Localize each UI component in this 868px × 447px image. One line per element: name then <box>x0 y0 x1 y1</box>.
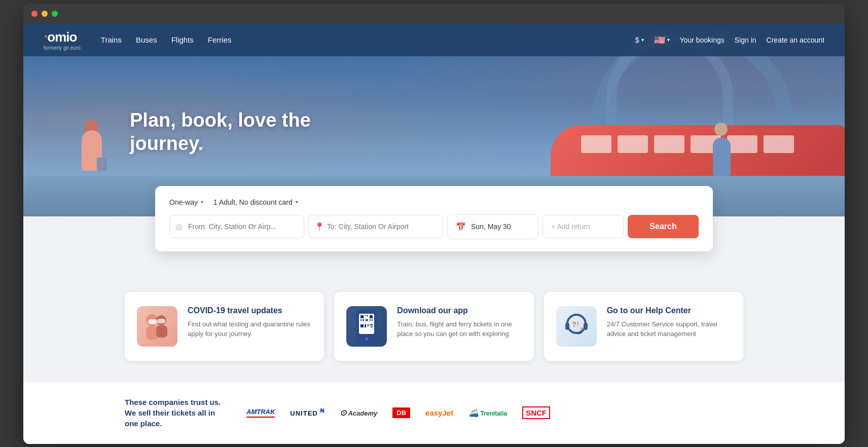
passengers-selector[interactable]: 1 Adult, No discount card ▾ <box>213 198 298 206</box>
app-card-desc: Train, bus, flight and ferry tickets in … <box>397 319 521 339</box>
svg-text:?: ? <box>572 320 576 328</box>
train-window <box>764 135 794 153</box>
svg-rect-8 <box>360 315 364 318</box>
covid-card: COVID-19 travel updates Find out what te… <box>125 292 324 361</box>
svg-rect-16 <box>372 319 373 321</box>
svg-rect-12 <box>360 319 361 321</box>
nav-links: Trains Buses Flights Ferries <box>101 35 635 44</box>
date-picker[interactable]: 📅 Sun, May 30 <box>447 214 538 239</box>
to-location-icon: 📍 <box>314 222 324 232</box>
search-options-row: One-way ▾ 1 Adult, No discount card ▾ <box>169 198 699 206</box>
app-card-title: Download our app <box>397 306 521 315</box>
currency-chevron-icon: ▾ <box>641 37 644 43</box>
nav-buses[interactable]: Buses <box>136 35 157 44</box>
nav-trains[interactable]: Trains <box>101 35 122 44</box>
covid-icon <box>137 306 177 347</box>
logo-subtitle: formerly go euro <box>44 45 81 51</box>
sncf-logo: SNCF <box>522 406 550 419</box>
amtrak-logo: AMTRAK <box>246 408 275 418</box>
svg-rect-25 <box>584 323 588 330</box>
trust-logos: AMTRAK UNITED ᴺ ⊙ Academy DB easyJet 🚄 <box>246 406 743 419</box>
search-section: One-way ▾ 1 Adult, No discount card ▾ ◎ <box>23 186 845 251</box>
passengers-label: 1 Adult, No discount card <box>213 198 293 206</box>
calendar-icon: 📅 <box>456 222 466 232</box>
person-body <box>713 138 731 176</box>
svg-point-28 <box>581 327 584 330</box>
nav-flights[interactable]: Flights <box>171 35 194 44</box>
person-head <box>714 123 728 136</box>
trip-type-selector[interactable]: One-way ▾ <box>169 198 203 206</box>
db-logo: DB <box>392 407 410 418</box>
browser-chrome <box>23 4 845 24</box>
svg-rect-3 <box>156 325 167 338</box>
search-box: One-way ▾ 1 Adult, No discount card ▾ ◎ <box>155 186 713 251</box>
language-selector[interactable]: 🇺🇸 ▾ <box>654 34 670 46</box>
trenitalia-logo: 🚄 Trenitalia <box>468 408 507 418</box>
to-input-wrap: 📍 <box>308 215 443 238</box>
hero-person-left <box>79 120 104 181</box>
logo-text: ·omio <box>44 29 81 44</box>
nav-create-account-link[interactable]: Create an account <box>767 36 824 44</box>
covid-card-content: COVID-19 travel updates Find out what te… <box>188 306 312 339</box>
app-card-content: Download our app Train, bus, flight and … <box>397 306 521 339</box>
nav-ferries[interactable]: Ferries <box>208 35 232 44</box>
train-window <box>581 135 611 153</box>
info-cards-section: COVID-19 travel updates Find out what te… <box>23 267 845 381</box>
train-windows <box>581 135 835 156</box>
page-content: ·omio formerly go euro Trains Buses Flig… <box>23 24 845 444</box>
return-date-picker[interactable]: + Add return <box>542 215 624 238</box>
navbar: ·omio formerly go euro Trains Buses Flig… <box>23 24 845 56</box>
nav-logo: ·omio formerly go euro <box>44 29 81 51</box>
svg-rect-10 <box>367 315 368 316</box>
covid-card-desc: Find out what testing and quarantine rul… <box>188 319 312 339</box>
from-input[interactable] <box>169 215 304 238</box>
date-value: Sun, May 30 <box>471 222 511 231</box>
help-card-desc: 24/7 Customer Service support, travel ad… <box>607 319 731 339</box>
help-card-title: Go to our Help Center <box>607 306 731 315</box>
trip-type-chevron-icon: ▾ <box>201 199 203 205</box>
united-logo: UNITED ᴺ <box>290 407 324 418</box>
svg-rect-15 <box>370 319 371 321</box>
nav-bookings-link[interactable]: Your bookings <box>680 36 725 44</box>
trip-type-label: One-way <box>169 198 198 206</box>
browser-frame: ·omio formerly go euro Trains Buses Flig… <box>23 4 845 444</box>
from-input-wrap: ◎ <box>169 215 304 238</box>
svg-rect-18 <box>365 324 366 327</box>
flag-icon: 🇺🇸 <box>654 34 665 46</box>
svg-point-22 <box>365 338 368 341</box>
svg-rect-13 <box>363 319 364 321</box>
hero-person-right <box>710 120 733 186</box>
nav-signin-link[interactable]: Sign in <box>735 36 756 44</box>
search-button[interactable]: Search <box>628 215 699 238</box>
svg-rect-24 <box>565 323 569 330</box>
svg-rect-17 <box>360 324 364 327</box>
person-body <box>82 130 102 171</box>
train-window <box>654 135 684 153</box>
svg-rect-4 <box>148 319 157 324</box>
hero-headline: Plan, book, love the journey. <box>130 109 383 155</box>
search-inputs-row: ◎ 📍 📅 Sun, May 30 <box>169 214 699 239</box>
svg-rect-19 <box>368 324 369 326</box>
svg-rect-14 <box>366 319 368 321</box>
to-input[interactable] <box>308 215 443 238</box>
language-chevron-icon: ▾ <box>667 37 670 43</box>
svg-rect-21 <box>371 326 373 327</box>
app-card: Download our app Train, bus, flight and … <box>334 292 533 361</box>
minimize-button[interactable] <box>42 11 48 17</box>
close-button[interactable] <box>31 11 38 17</box>
svg-text:!: ! <box>577 321 579 327</box>
covid-card-title: COVID-19 travel updates <box>188 306 312 315</box>
nav-actions: $ ▾ 🇺🇸 ▾ Your bookings Sign in Create an… <box>635 34 824 46</box>
academy-logo: ⊙ Academy <box>340 408 377 418</box>
help-card-content: Go to our Help Center 24/7 Customer Serv… <box>607 306 731 339</box>
return-placeholder: + Add return <box>551 222 590 231</box>
maximize-button[interactable] <box>52 11 58 17</box>
luggage <box>97 158 107 171</box>
passengers-chevron-icon: ▾ <box>296 199 298 205</box>
trust-section: These companies trust us. We sell their … <box>23 381 845 444</box>
help-card: ? ! Go to our Help Center 24/7 Customer … <box>544 292 743 361</box>
svg-rect-9 <box>365 315 366 316</box>
svg-rect-11 <box>370 315 373 318</box>
app-icon <box>346 306 387 347</box>
currency-selector[interactable]: $ ▾ <box>635 36 644 44</box>
